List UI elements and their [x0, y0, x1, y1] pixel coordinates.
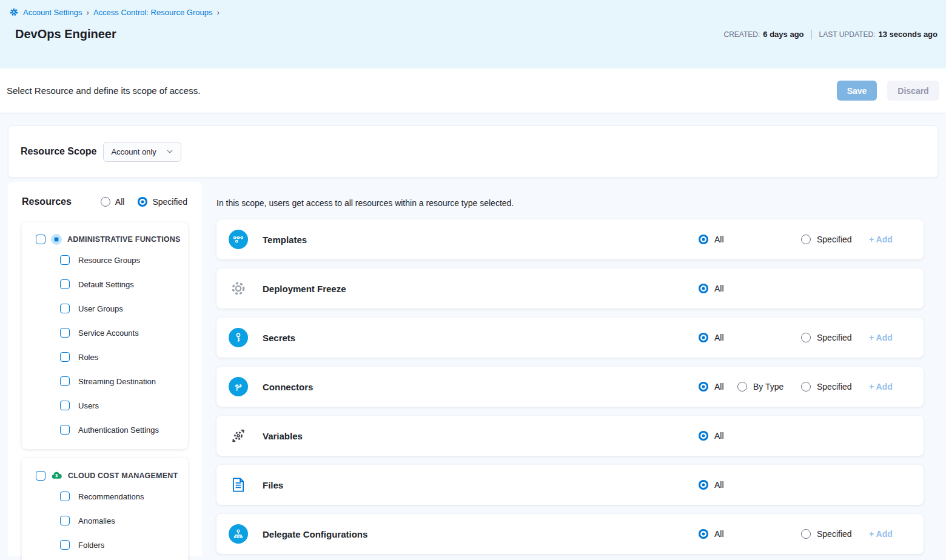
resource-type-checkbox-item[interactable]: Streaming Destination [22, 369, 188, 393]
resource-type-label: User Groups [78, 304, 123, 313]
scope-option-all[interactable]: All [699, 235, 737, 244]
breadcrumb-access-control[interactable]: Access Control: Resource Groups [93, 8, 213, 17]
resource-row: VariablesAll [216, 416, 924, 456]
resource-row: ConnectorsAllBy TypeSpecified+ Add [216, 367, 924, 407]
radio-selected-icon [699, 382, 708, 392]
add-resources-button[interactable]: + Add [869, 382, 893, 392]
delegate-configurations-icon [229, 524, 248, 544]
checkbox-icon [60, 516, 70, 525]
option-slot: Specified [801, 382, 869, 392]
add-resources-button[interactable]: + Add [869, 235, 893, 244]
resource-scope-card: Resource Scope Account only [8, 125, 938, 178]
resource-type-checkbox-item[interactable]: Recommendations [22, 484, 188, 508]
add-resources-button[interactable]: + Add [869, 529, 893, 539]
resource-type-checkbox-item[interactable]: Users [22, 393, 188, 418]
chevron-right-icon: › [87, 8, 89, 17]
svg-text:$: $ [55, 473, 58, 478]
radio-icon [801, 333, 811, 342]
scope-option-all[interactable]: All [699, 480, 737, 490]
resource-types-panel: In this scope, users get access to all r… [202, 182, 946, 556]
add-resources-button[interactable]: + Add [869, 333, 893, 342]
resource-group-label: ADMINISTRATIVE FUNCTIONS [67, 235, 181, 244]
resource-scope-label: Resource Scope [21, 146, 96, 157]
created-value: 6 days ago [763, 30, 803, 39]
radio-selected-icon [699, 529, 708, 539]
resource-name: Deployment Freeze [263, 284, 346, 294]
scope-options: AllSpecified+ Add [699, 528, 901, 539]
option-label: Specified [817, 235, 852, 244]
action-toolbar: Select Resource and define its scope of … [0, 68, 946, 113]
discard-button[interactable]: Discard [887, 81, 939, 101]
add-slot: + Add [869, 528, 901, 539]
checkbox-icon [60, 255, 70, 265]
scope-option-specified[interactable]: Specified [801, 235, 869, 244]
resource-type-label: Resource Groups [78, 256, 140, 265]
option-label: By Type [753, 382, 783, 392]
chevron-right-icon: › [216, 8, 219, 17]
admin-functions-icon [51, 234, 62, 245]
scope-options: AllSpecified+ Add [699, 234, 901, 245]
scope-option-all[interactable]: All [699, 529, 737, 539]
scope-option-specified[interactable]: Specified [801, 529, 869, 539]
divider [811, 30, 812, 39]
radio-selected-icon [699, 431, 708, 441]
scope-option-all[interactable]: All [699, 382, 737, 392]
resources-radio-specified[interactable]: Specified [138, 197, 187, 207]
add-slot: + Add [869, 381, 901, 392]
resource-type-label: Folders [78, 541, 104, 550]
option-label: All [714, 235, 724, 244]
resource-type-checkbox-item[interactable]: Resource Groups [22, 248, 188, 272]
scope-option-all[interactable]: All [699, 431, 737, 441]
checkbox-icon[interactable] [36, 471, 45, 481]
resource-name: Connectors [263, 382, 313, 392]
resource-row: FilesAll [216, 465, 924, 505]
option-slot: All [699, 382, 737, 392]
resource-scope-value: Account only [111, 147, 156, 156]
resource-type-label: Streaming Destination [78, 377, 156, 386]
radio-selected-icon [699, 284, 708, 293]
resource-type-checkbox-item[interactable]: Roles [22, 345, 188, 369]
resource-name: Secrets [263, 333, 295, 343]
variables-icon [229, 426, 248, 445]
resource-group-card: $CLOUD COST MANAGEMENTRecommendationsAno… [22, 458, 188, 560]
resource-type-checkbox-item[interactable]: Anomalies [22, 508, 188, 533]
breadcrumb-account-settings[interactable]: Account Settings [23, 8, 82, 17]
connectors-icon [229, 377, 248, 396]
option-slot: By Type [737, 382, 801, 392]
page-title: DevOps Engineer [15, 27, 116, 41]
resource-type-checkbox-item[interactable]: Default Settings [22, 272, 188, 296]
save-button[interactable]: Save [837, 81, 877, 101]
scope-options: All [699, 431, 901, 441]
option-label: Specified [817, 529, 852, 539]
last-updated-label: LAST UPDATED: [819, 30, 876, 39]
resource-group-header: $CLOUD COST MANAGEMENT [22, 470, 188, 481]
checkbox-icon [60, 492, 70, 501]
resource-type-label: Recommendations [78, 492, 144, 501]
scope-options: AllSpecified+ Add [699, 332, 901, 343]
checkbox-icon [60, 401, 70, 410]
resource-type-checkbox-item[interactable]: User Groups [22, 296, 188, 321]
radio-selected-icon [699, 333, 708, 342]
option-slot: Specified [801, 235, 869, 244]
resource-type-checkbox-item[interactable]: Service Accounts [22, 321, 188, 345]
scope-option-all[interactable]: All [699, 333, 737, 342]
resource-name: Delegate Configurations [263, 529, 367, 539]
scope-option-all[interactable]: All [699, 284, 737, 293]
option-label: All [714, 284, 724, 293]
checkbox-icon [60, 279, 70, 289]
option-slot: All [699, 333, 737, 342]
breadcrumb: Account Settings › Access Control: Resou… [9, 7, 938, 17]
scope-option-specified[interactable]: Specified [801, 333, 869, 342]
resource-type-checkbox-item[interactable]: Authentication Settings [22, 418, 188, 442]
checkbox-icon [60, 352, 70, 362]
resources-radio-all[interactable]: All [101, 197, 125, 207]
option-slot: All [699, 529, 737, 539]
resource-group-items: Resource GroupsDefault SettingsUser Grou… [22, 248, 188, 442]
checkbox-icon [60, 376, 70, 386]
scope-option-by-type[interactable]: By Type [737, 382, 801, 392]
resource-scope-dropdown[interactable]: Account only [103, 142, 181, 162]
scope-option-specified[interactable]: Specified [801, 382, 869, 392]
resource-group-header: ADMINISTRATIVE FUNCTIONS [22, 234, 188, 245]
resource-type-checkbox-item[interactable]: Folders [22, 533, 188, 557]
checkbox-icon[interactable] [36, 235, 45, 244]
